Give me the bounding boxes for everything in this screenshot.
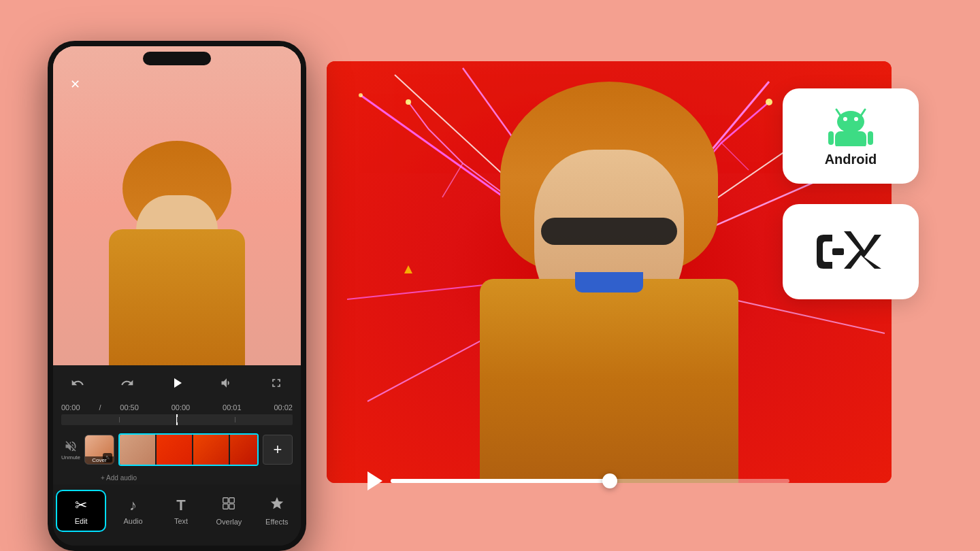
cover-label: Cover: [85, 456, 114, 464]
svg-point-24: [854, 117, 858, 121]
phone-mockup: ✕ 0: [48, 41, 306, 551]
tool-edit[interactable]: ✂ Edit: [56, 490, 106, 532]
edit-icon: ✂: [75, 497, 87, 514]
clip-thumbnails[interactable]: [118, 433, 259, 466]
time-marker-3: 00:02: [274, 403, 293, 412]
phone-toolbar: ✂ Edit ♪ Audio T Text Overlay: [53, 484, 301, 546]
close-button[interactable]: ✕: [65, 75, 84, 94]
overlay-icon: [221, 496, 236, 515]
tool-audio[interactable]: ♪ Audio: [109, 491, 157, 531]
progress-slider[interactable]: [368, 475, 789, 486]
clip-thumb-1: [120, 435, 155, 465]
phone-video-area: ✕: [53, 46, 301, 365]
text-icon: T: [176, 497, 185, 514]
timeline-time: 00:00 / 00:50 00:00 00:01 00:02: [61, 403, 293, 412]
add-audio-bar[interactable]: + Add audio: [53, 471, 301, 484]
svg-marker-15: [404, 265, 412, 273]
svg-rect-26: [828, 131, 834, 145]
svg-point-9: [406, 99, 411, 105]
capcut-logo-icon: [813, 224, 888, 279]
svg-rect-25: [835, 131, 866, 146]
tick-2: [177, 417, 178, 422]
slider-fill: [391, 479, 610, 483]
add-clip-button[interactable]: +: [263, 435, 293, 465]
volume-button[interactable]: [214, 371, 239, 395]
clip-thumb-2: [157, 435, 192, 465]
redo-button[interactable]: [115, 371, 140, 395]
svg-rect-28: [832, 248, 844, 255]
clip-strip-area: Unmute ✎ Cover +: [53, 428, 301, 471]
svg-rect-18: [223, 504, 228, 509]
undo-button[interactable]: [65, 371, 90, 395]
play-icon: [368, 471, 382, 490]
audio-label: Audio: [124, 517, 143, 525]
audio-icon: ♪: [129, 497, 137, 514]
svg-rect-17: [229, 498, 234, 503]
overlay-label: Overlay: [216, 518, 242, 526]
effects-icon: [270, 496, 284, 515]
svg-point-11: [359, 93, 363, 97]
edit-label: Edit: [75, 517, 88, 525]
capcut-badge[interactable]: [783, 204, 919, 299]
unmute-button[interactable]: Unmute: [61, 439, 80, 461]
slider-track[interactable]: [391, 479, 789, 483]
time-marker-1: 00:00: [172, 403, 191, 412]
android-robot-icon: [827, 105, 875, 146]
tick-1: [119, 417, 120, 422]
current-time: 00:00: [61, 403, 80, 412]
cover-thumbnail[interactable]: ✎ Cover: [84, 435, 114, 465]
timeline: 00:00 / 00:50 00:00 00:01 00:02: [53, 401, 301, 428]
total-time: /: [99, 403, 101, 412]
svg-rect-27: [868, 131, 873, 145]
tick-3: [235, 417, 235, 422]
effects-label: Effects: [265, 518, 288, 526]
slider-thumb[interactable]: [602, 473, 617, 488]
android-badge[interactable]: Android: [783, 88, 919, 184]
play-button[interactable]: [165, 371, 189, 395]
phone-screen: ✕ 0: [53, 46, 301, 546]
duration: 00:50: [120, 403, 139, 412]
tool-effects[interactable]: Effects: [253, 490, 301, 531]
phone-notch: [143, 52, 211, 65]
svg-rect-16: [223, 498, 228, 503]
timeline-ruler[interactable]: [61, 414, 293, 425]
phone-controls-bar: [53, 365, 301, 401]
unmute-label: Unmute: [61, 454, 80, 461]
svg-point-23: [843, 117, 847, 121]
fullscreen-button[interactable]: [264, 371, 289, 395]
text-label: Text: [174, 517, 188, 525]
svg-point-22: [837, 111, 864, 133]
time-marker-2: 00:01: [223, 403, 242, 412]
tool-text[interactable]: T Text: [157, 491, 205, 531]
clip-thumb-4: [230, 435, 259, 465]
svg-rect-19: [229, 504, 234, 509]
clip-thumb-3: [193, 435, 229, 465]
android-label: Android: [825, 152, 877, 167]
tool-overlay[interactable]: Overlay: [205, 490, 252, 531]
